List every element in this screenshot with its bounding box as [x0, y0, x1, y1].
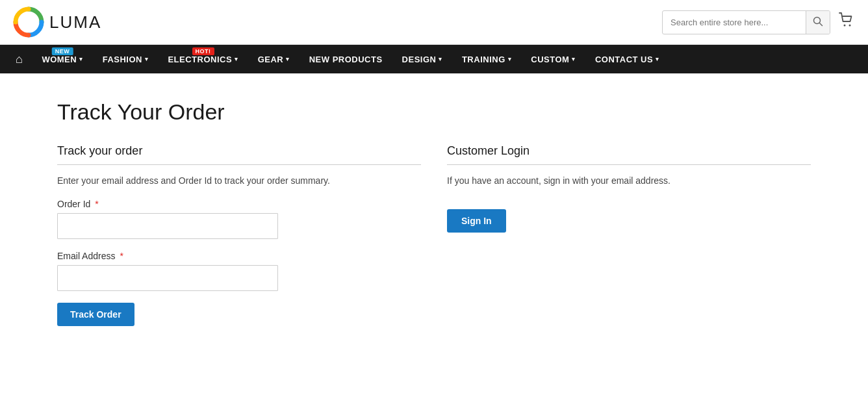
login-section-heading: Customer Login — [447, 144, 811, 165]
track-section-desc: Enter your email address and Order Id to… — [57, 175, 421, 186]
logo-link[interactable]: LUMA — [13, 6, 101, 38]
logo-text: LUMA — [49, 12, 101, 32]
cart-icon[interactable] — [838, 12, 855, 32]
main-nav: ⌂ New WOMEN ▾ FASHION ▾ Hot! ELECTRONICS… — [0, 45, 868, 73]
search-button[interactable] — [806, 11, 830, 34]
nav-item-contact-us[interactable]: CONTACT US ▾ — [585, 45, 669, 73]
order-id-group: Order Id * — [57, 199, 421, 239]
svg-point-4 — [849, 25, 851, 27]
search-bar — [662, 10, 830, 34]
two-column-layout: Track your order Enter your email addres… — [57, 144, 811, 326]
nav-item-training[interactable]: TRAINING ▾ — [452, 45, 521, 73]
nav-item-new-products[interactable]: NEW PRODUCTS — [300, 45, 392, 73]
login-section-desc: If you have an account, sign in with you… — [447, 175, 811, 186]
search-input[interactable] — [663, 12, 806, 32]
order-id-required: * — [95, 199, 98, 209]
nav-arrow-design: ▾ — [439, 56, 442, 62]
nav-item-custom[interactable]: CUSTOM ▾ — [521, 45, 585, 73]
nav-home[interactable]: ⌂ — [6, 45, 32, 73]
nav-item-electronics[interactable]: Hot! ELECTRONICS ▾ — [158, 45, 248, 73]
order-id-input[interactable] — [57, 213, 278, 239]
nav-arrow-gear: ▾ — [286, 56, 290, 62]
nav-arrow-electronics: ▾ — [235, 56, 238, 62]
nav-item-gear[interactable]: GEAR ▾ — [248, 45, 300, 73]
nav-badge-hot: Hot! — [192, 47, 214, 55]
track-section-heading: Track your order — [57, 144, 421, 165]
track-order-section: Track your order Enter your email addres… — [57, 144, 421, 326]
track-order-button[interactable]: Track Order — [57, 303, 134, 326]
svg-line-2 — [820, 23, 823, 25]
nav-arrow-contact: ▾ — [656, 56, 659, 62]
header-right — [662, 10, 855, 34]
nav-item-women[interactable]: New WOMEN ▾ — [32, 45, 92, 73]
search-icon — [813, 16, 823, 27]
svg-point-3 — [844, 25, 846, 27]
nav-item-fashion[interactable]: FASHION ▾ — [93, 45, 159, 73]
cart-svg — [838, 12, 855, 29]
customer-login-section: Customer Login If you have an account, s… — [447, 144, 811, 326]
nav-arrow-custom: ▾ — [572, 56, 576, 62]
email-group: Email Address * — [57, 251, 421, 291]
email-label: Email Address * — [57, 251, 421, 261]
email-input[interactable] — [57, 265, 278, 291]
nav-badge-new: New — [52, 47, 73, 55]
logo-icon — [13, 6, 44, 38]
nav-item-design[interactable]: DESIGN ▾ — [392, 45, 452, 73]
nav-arrow-training: ▾ — [508, 56, 512, 62]
order-id-label: Order Id * — [57, 199, 421, 209]
nav-arrow-fashion: ▾ — [145, 56, 149, 62]
nav-arrow-women: ▾ — [79, 56, 83, 62]
main-content: Track Your Order Track your order Enter … — [44, 73, 824, 352]
email-required: * — [120, 251, 123, 261]
page-title: Track Your Order — [57, 99, 811, 125]
site-header: LUMA — [0, 0, 868, 45]
sign-in-button[interactable]: Sign In — [447, 209, 506, 233]
